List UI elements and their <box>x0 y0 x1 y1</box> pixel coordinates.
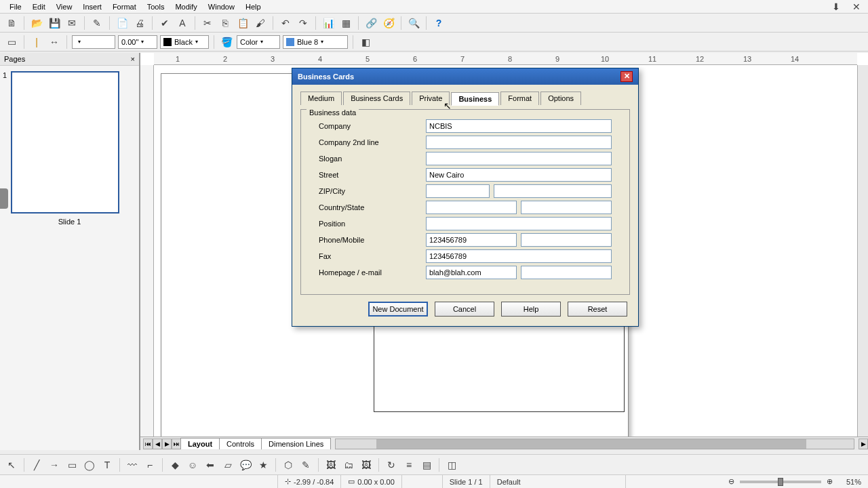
tab-medium[interactable]: Medium <box>300 92 342 105</box>
print-icon[interactable]: 🖨 <box>132 16 147 30</box>
input-slogan[interactable] <box>426 152 612 165</box>
input-fax[interactable] <box>426 249 612 263</box>
undo-icon[interactable]: ↶ <box>278 16 293 30</box>
basic-shapes-icon[interactable]: ◆ <box>167 458 182 472</box>
menu-file[interactable]: File <box>4 1 27 12</box>
input-street[interactable] <box>426 168 612 182</box>
chart-icon[interactable]: 📊 <box>321 16 336 30</box>
vertical-scrollbar[interactable] <box>857 65 868 436</box>
tab-business[interactable]: Business <box>451 92 499 106</box>
block-arrows-icon[interactable]: ⬅ <box>203 458 218 472</box>
slide-thumbnail[interactable] <box>11 71 119 214</box>
from-file-icon[interactable]: 🗂 <box>341 458 356 472</box>
shadow-icon[interactable]: ◧ <box>358 35 373 49</box>
spellcheck-icon[interactable]: ✔ <box>157 16 172 30</box>
text-tool-icon[interactable]: T <box>100 458 115 472</box>
window-close-icon[interactable]: ✕ <box>849 0 864 14</box>
sheet-tab-controls[interactable]: Controls <box>219 438 262 449</box>
select-tool-icon[interactable]: ↖ <box>4 458 19 472</box>
table-icon[interactable]: ▦ <box>338 16 353 30</box>
menu-modify[interactable]: Modify <box>170 1 202 12</box>
fill-bucket-icon[interactable]: 🪣 <box>219 35 234 49</box>
menu-edit[interactable]: Edit <box>27 1 51 12</box>
stars-icon[interactable]: ★ <box>256 458 271 472</box>
email-icon[interactable]: ✉ <box>64 16 79 30</box>
menu-format[interactable]: Format <box>107 1 142 12</box>
connector-tool-icon[interactable]: ⌐ <box>142 458 157 472</box>
input-zip[interactable] <box>426 184 490 198</box>
line-width-combo[interactable]: 0.00"▾ <box>118 35 157 49</box>
tab-format[interactable]: Format <box>500 92 539 105</box>
line-tool-icon[interactable]: ╱ <box>29 458 44 472</box>
zoom-in-icon[interactable]: ⊕ <box>827 477 833 486</box>
horizontal-scrollbar[interactable] <box>335 439 854 449</box>
reset-button[interactable]: Reset <box>568 302 627 317</box>
input-email[interactable] <box>521 266 612 279</box>
zoom-slider[interactable] <box>740 481 821 483</box>
fontwork-icon[interactable]: 🖼 <box>323 458 338 472</box>
open-icon[interactable]: 📂 <box>29 16 44 30</box>
status-zoom[interactable]: 51% <box>840 475 868 488</box>
ellipse-tool-icon[interactable]: ◯ <box>82 458 97 472</box>
line-style-icon[interactable]: | <box>29 35 44 49</box>
menu-view[interactable]: View <box>51 1 78 12</box>
new-document-button[interactable]: New Document <box>368 302 428 317</box>
line-style-combo[interactable]: ▾ <box>72 35 115 49</box>
menu-window[interactable]: Window <box>203 1 240 12</box>
gallery-icon[interactable]: 🖼 <box>359 458 374 472</box>
line-color-combo[interactable]: Black▾ <box>160 35 209 49</box>
align-icon[interactable]: ≡ <box>401 458 416 472</box>
redo-icon[interactable]: ↷ <box>296 16 311 30</box>
page-icon[interactable]: ▭ <box>4 35 19 49</box>
tab-private[interactable]: Private <box>412 92 450 105</box>
curve-tool-icon[interactable]: 〰 <box>125 458 140 472</box>
menu-insert[interactable]: Insert <box>77 1 107 12</box>
tab-nav-last[interactable]: ⏭ <box>172 439 181 449</box>
zoom-out-icon[interactable]: ⊖ <box>728 477 734 486</box>
tab-nav-next[interactable]: ▶ <box>162 439 172 449</box>
pdf-icon[interactable]: 📄 <box>115 16 130 30</box>
cancel-button[interactable]: Cancel <box>435 302 494 317</box>
autospell-icon[interactable]: A <box>175 16 190 30</box>
navigator-icon[interactable]: 🧭 <box>381 16 396 30</box>
input-state[interactable] <box>521 201 612 214</box>
help-icon[interactable]: ? <box>431 16 446 30</box>
pages-close-icon[interactable]: × <box>131 55 135 63</box>
paste-icon[interactable]: 📋 <box>235 16 250 30</box>
new-doc-icon[interactable]: 🗎 <box>4 16 19 30</box>
input-company2[interactable] <box>426 136 612 149</box>
input-city[interactable] <box>494 184 612 198</box>
menu-help[interactable]: Help <box>240 1 267 12</box>
save-icon[interactable]: 💾 <box>47 16 62 30</box>
extrusion-icon[interactable]: ◫ <box>444 458 459 472</box>
tab-business-cards[interactable]: Business Cards <box>343 92 410 105</box>
scroll-right-icon[interactable]: ▶ <box>859 439 868 449</box>
zoom-icon[interactable]: 🔍 <box>406 16 421 30</box>
format-paint-icon[interactable]: 🖌 <box>253 16 268 30</box>
sheet-tab-dimension[interactable]: Dimension Lines <box>261 438 331 449</box>
symbol-shapes-icon[interactable]: ☺ <box>185 458 200 472</box>
arrow-tool-icon[interactable]: → <box>47 458 62 472</box>
rotate-icon[interactable]: ↻ <box>384 458 399 472</box>
menu-tools[interactable]: Tools <box>142 1 170 12</box>
rect-tool-icon[interactable]: ▭ <box>64 458 79 472</box>
input-country[interactable] <box>426 201 517 214</box>
input-mobile[interactable] <box>521 233 612 247</box>
cut-icon[interactable]: ✂ <box>200 16 215 30</box>
tab-nav-prev[interactable]: ◀ <box>153 439 162 449</box>
input-phone[interactable] <box>426 233 517 247</box>
callouts-icon[interactable]: 💬 <box>238 458 253 472</box>
input-company[interactable] <box>426 119 612 133</box>
tab-nav-first[interactable]: ⏮ <box>143 439 153 449</box>
tab-options[interactable]: Options <box>540 92 581 105</box>
input-homepage[interactable] <box>426 266 517 279</box>
panel-collapse-grip[interactable] <box>0 188 8 209</box>
input-position[interactable] <box>426 217 612 230</box>
arrange-icon[interactable]: ▤ <box>419 458 434 472</box>
points-icon[interactable]: ⬡ <box>281 458 296 472</box>
edit-icon[interactable]: ✎ <box>90 16 104 30</box>
fill-type-combo[interactable]: Color▾ <box>237 35 280 49</box>
help-button[interactable]: Help <box>501 302 561 317</box>
download-icon[interactable]: ⬇ <box>829 0 844 14</box>
sheet-tab-layout[interactable]: Layout <box>180 438 220 449</box>
